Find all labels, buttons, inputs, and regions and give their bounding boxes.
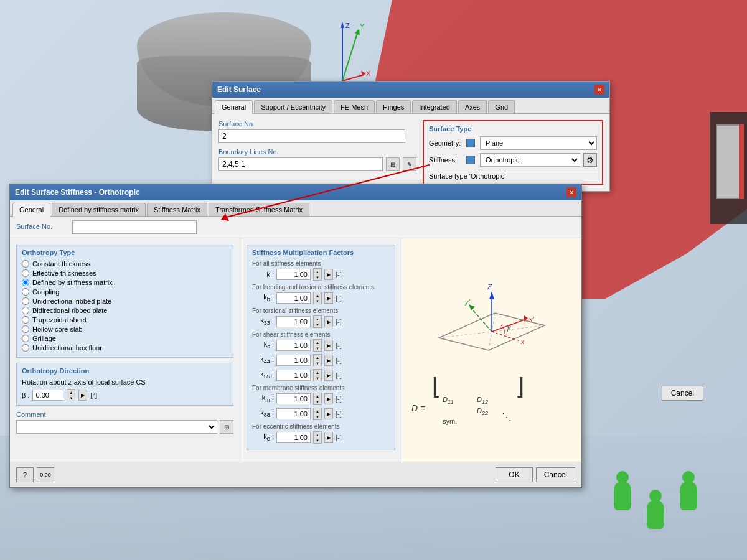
tab-fe-mesh[interactable]: FE Mesh	[334, 100, 375, 113]
factor-k33-spinner[interactable]: ▲ ▼	[313, 315, 322, 328]
km-down[interactable]: ▼	[314, 399, 321, 404]
radio-trap-input[interactable]	[22, 316, 29, 324]
radio-bidirectional-ribbed[interactable]: Bidirectional ribbed plate	[22, 307, 228, 314]
radio-trapezoidal[interactable]: Trapezoidal sheet	[22, 316, 228, 324]
comment-edit-btn[interactable]: ⊞	[220, 420, 233, 434]
ke-down[interactable]: ▼	[314, 437, 321, 443]
factor-ke-input[interactable]	[276, 432, 311, 443]
factor-k-spinner[interactable]: ▲ ▼	[313, 268, 322, 281]
radio-bi-ribbed-input[interactable]	[22, 307, 29, 314]
k44-down[interactable]: ▼	[314, 360, 321, 366]
tab-grid[interactable]: Grid	[488, 100, 515, 113]
k33-down[interactable]: ▼	[314, 322, 321, 327]
stiffness-edit-btn[interactable]: ⚙	[583, 153, 597, 167]
ke-arrow[interactable]: ▶	[324, 432, 333, 443]
factor-ks-spinner[interactable]: ▲ ▼	[313, 339, 322, 352]
stiffness-tab-matrix[interactable]: Stiffness Matrix	[147, 203, 207, 216]
k44-arrow[interactable]: ▶	[324, 355, 333, 366]
comment-select[interactable]	[16, 420, 217, 434]
k33-arrow[interactable]: ▶	[324, 316, 333, 327]
radio-effective-input[interactable]	[22, 269, 29, 277]
factor-k88-input[interactable]	[276, 408, 311, 419]
radio-effective-thicknesses[interactable]: Effective thicknesses	[22, 269, 228, 277]
kb-down[interactable]: ▼	[314, 298, 321, 304]
tab-hinges[interactable]: Hinges	[376, 100, 411, 113]
reset-button[interactable]: 0.00	[37, 467, 54, 482]
bg-cancel-button[interactable]: Cancel	[662, 386, 703, 401]
k-down[interactable]: ▼	[314, 274, 321, 280]
kb-up[interactable]: ▲	[314, 292, 321, 298]
radio-uni-ribbed-input[interactable]	[22, 297, 29, 305]
tab-general[interactable]: General	[215, 100, 253, 114]
tab-support[interactable]: Support / Eccentricity	[254, 100, 332, 113]
radio-box-input[interactable]	[22, 344, 29, 352]
k44-up[interactable]: ▲	[314, 355, 321, 360]
factor-ks-input[interactable]	[276, 340, 311, 351]
km-arrow[interactable]: ▶	[324, 393, 333, 404]
factor-k33-input[interactable]	[276, 316, 311, 327]
radio-uni-box[interactable]: Unidirectional box floor	[22, 344, 228, 352]
beta-spinner[interactable]: ▲ ▼	[67, 389, 75, 401]
stiffness-select[interactable]: Orthotropic	[480, 153, 580, 167]
radio-constant-thickness[interactable]: Constant thickness	[22, 260, 228, 268]
beta-up[interactable]: ▲	[67, 390, 75, 395]
ke-up[interactable]: ▲	[314, 432, 321, 437]
ok-button[interactable]: OK	[496, 467, 532, 482]
k55-arrow[interactable]: ▶	[324, 370, 333, 381]
ks-down[interactable]: ▼	[314, 345, 321, 351]
radio-constant-input[interactable]	[22, 260, 29, 268]
factor-k44-input[interactable]	[276, 355, 311, 366]
help-button[interactable]: ?	[16, 467, 34, 482]
k88-down[interactable]: ▼	[314, 414, 321, 419]
stiffness-surface-no-input[interactable]	[72, 220, 197, 234]
km-up[interactable]: ▲	[314, 393, 321, 399]
factor-kb-spinner[interactable]: ▲ ▼	[313, 292, 322, 304]
kb-arrow[interactable]: ▶	[324, 292, 333, 304]
factor-k44-spinner[interactable]: ▲ ▼	[313, 354, 322, 366]
edit-surface-close-btn[interactable]: ✕	[594, 85, 604, 95]
radio-grillage-input[interactable]	[22, 335, 29, 342]
svg-line-6	[342, 75, 364, 81]
stiffness-tab-general[interactable]: General	[12, 203, 50, 217]
boundary-select-btn[interactable]: ⊞	[386, 157, 400, 171]
surface-no-input[interactable]	[218, 129, 405, 143]
k88-up[interactable]: ▲	[314, 408, 321, 414]
geometry-select[interactable]: Plane	[480, 136, 597, 150]
radio-defined-by-stiffness[interactable]: Defined by stiffness matrix	[22, 279, 228, 286]
tab-integrated[interactable]: Integrated	[412, 100, 457, 113]
stiffness-tab-transformed[interactable]: Transformed Stiffness Matrix	[209, 203, 309, 216]
factor-k55-input[interactable]	[276, 370, 311, 381]
k88-arrow[interactable]: ▶	[324, 408, 333, 419]
radio-coupling[interactable]: Coupling	[22, 288, 228, 296]
svg-text:]: ]	[517, 377, 524, 398]
cancel-button[interactable]: Cancel	[536, 467, 575, 482]
beta-input[interactable]	[32, 390, 63, 401]
k33-up[interactable]: ▲	[314, 316, 321, 322]
radio-grillage[interactable]: Grillage	[22, 335, 228, 342]
k-arrow[interactable]: ▶	[324, 269, 333, 280]
boundary-edit-btn[interactable]: ✎	[403, 157, 416, 171]
stiffness-tab-defined-by[interactable]: Defined by stiffness matrix	[52, 203, 146, 216]
k55-down[interactable]: ▼	[314, 375, 321, 381]
factor-k55-spinner[interactable]: ▲ ▼	[313, 369, 322, 381]
radio-coupling-input[interactable]	[22, 288, 29, 296]
beta-arrow[interactable]: ▶	[78, 390, 87, 401]
factor-k88-spinner[interactable]: ▲ ▼	[313, 408, 322, 420]
factor-kb-input[interactable]	[276, 292, 311, 304]
radio-hollow-core[interactable]: Hollow core slab	[22, 325, 228, 333]
radio-hollow-input[interactable]	[22, 325, 29, 333]
factor-ke-spinner[interactable]: ▲ ▼	[313, 431, 322, 444]
radio-unidirectional-ribbed[interactable]: Unidirectional ribbed plate	[22, 297, 228, 305]
boundary-lines-input[interactable]	[218, 157, 383, 171]
beta-down[interactable]: ▼	[67, 395, 75, 401]
factor-k-input[interactable]	[276, 269, 311, 280]
k-up[interactable]: ▲	[314, 269, 321, 274]
ks-arrow[interactable]: ▶	[324, 340, 333, 351]
ks-up[interactable]: ▲	[314, 340, 321, 345]
stiffness-close-btn[interactable]: ✕	[566, 187, 576, 197]
factor-km-spinner[interactable]: ▲ ▼	[313, 393, 322, 405]
factor-km-input[interactable]	[276, 393, 311, 404]
radio-defined-input[interactable]	[22, 279, 29, 286]
k55-up[interactable]: ▲	[314, 370, 321, 375]
tab-axes[interactable]: Axes	[458, 100, 487, 113]
